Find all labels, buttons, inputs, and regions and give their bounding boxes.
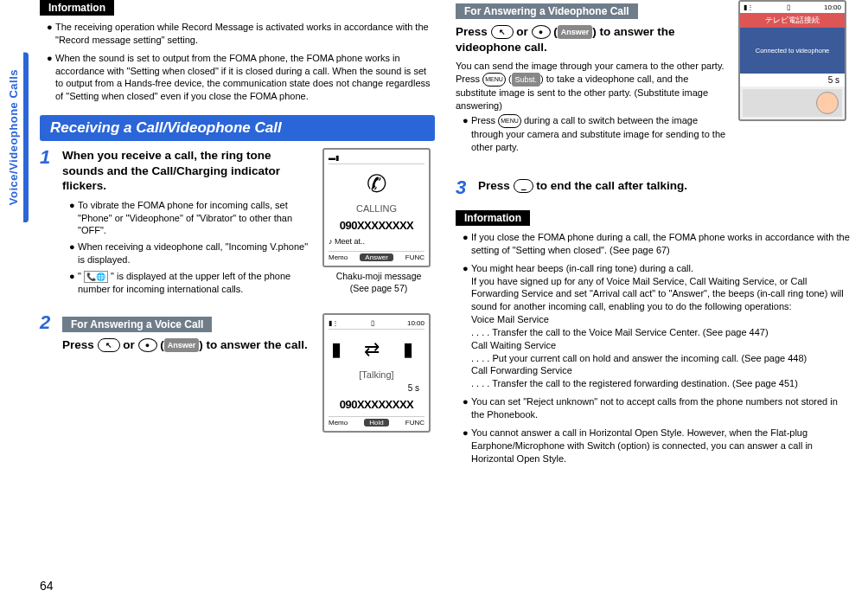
battery-icon: ▯ — [371, 319, 374, 327]
end-key-icon: ⎯ — [514, 179, 533, 193]
step-1-bullet: ●When receiving a videophone call, "Inco… — [69, 241, 314, 266]
bullet-text: " 📞🌐 " is displayed at the upper left of… — [78, 270, 314, 296]
step-number: 2 — [40, 313, 55, 436]
menu-key-icon: MENU — [498, 114, 521, 128]
info-bullet: ●When the sound is set to output from th… — [47, 52, 435, 103]
bullet-text: To vibrate the FOMA phone for incoming c… — [78, 199, 314, 238]
screenshot-caption: Chaku-moji message (See page 57) — [322, 271, 435, 294]
vp-connected-text: Connected to videophone — [740, 28, 845, 74]
caller-number: 090XXXXXXXX — [329, 398, 424, 411]
side-tab-container: Voice/Videophone Calls — [0, 0, 31, 603]
info-text: You can set "Reject unknown" not to acce… — [471, 395, 851, 421]
call-key-icon: ↖ — [98, 338, 120, 352]
antenna-icon: ▮⋮ — [744, 3, 754, 11]
face-icon — [816, 92, 839, 114]
page-number: 64 — [40, 579, 54, 593]
step-number: 3 — [456, 178, 471, 199]
softkey-center: Hold — [364, 419, 388, 427]
step-1: 1 When you receive a call, the ring tone… — [40, 148, 435, 299]
videophone-instruction: Press ↖ or ● (Answer) to answer the vide… — [456, 24, 730, 55]
information-label: Information — [40, 0, 114, 16]
vp-duration: 5 s — [740, 74, 845, 87]
call-key-icon: ↖ — [491, 25, 514, 39]
talking-label: [Talking] — [329, 369, 424, 380]
calling-label: CALLING — [329, 203, 424, 214]
antenna-icon: ▮⋮ — [329, 319, 339, 327]
step-3: 3 Press ⎯ to end the call after talking. — [456, 178, 851, 199]
subst-softkey: Subst. — [512, 73, 541, 87]
step-1-bullet: ● " 📞🌐 " is displayed at the upper left … — [69, 270, 314, 296]
signal-graphic: ▮ ⇄ ▮ — [329, 338, 424, 361]
info-bullet: ●You can set "Reject unknown" not to acc… — [463, 395, 851, 421]
answer-softkey: Answer — [558, 25, 593, 39]
softkey-left: Memo — [329, 253, 348, 261]
bullet-text: When receiving a videophone call, "Incom… — [78, 241, 314, 266]
info-text: The receiving operation while Record Mes… — [55, 21, 435, 47]
voice-call-sublabel: For Answering a Voice Call — [62, 317, 212, 332]
vp-title-jp: テレビ電話接続 — [740, 13, 845, 28]
info-text: When the sound is set to output from the… — [55, 52, 435, 103]
side-tab-label: Voice/Videophone Calls — [3, 52, 29, 222]
info-text: You might hear beeps (in-call ring tone)… — [471, 262, 851, 390]
information-label: Information — [456, 210, 530, 226]
videophone-paragraph: You can send the image through your came… — [456, 60, 730, 112]
incoming-call-screenshot: ▬▮ ✆ CALLING 090XXXXXXXX ♪ Meet at.. Mem… — [322, 148, 431, 267]
center-key-icon: ● — [138, 338, 157, 352]
antenna-icon: ▬▮ — [329, 154, 339, 162]
info-text: If you close the FOMA phone during a cal… — [471, 231, 851, 257]
international-call-icon: 📞🌐 — [84, 271, 108, 283]
softkey-center: Answer — [360, 253, 393, 261]
center-key-icon: ● — [532, 25, 551, 39]
videophone-screenshot: ▮⋮ ▯ 10:00 テレビ電話接続 Connected to videopho… — [738, 0, 846, 121]
chaku-moji-text: ♪ Meet at.. — [329, 237, 424, 246]
menu-key-icon: MENU — [482, 73, 506, 87]
answer-softkey: Answer — [164, 338, 200, 352]
videophone-bullet: ● Press MENU during a call to switch bet… — [463, 114, 730, 154]
section-title: Receiving a Call/Videophone Call — [40, 115, 435, 141]
info-bullet: ● You might hear beeps (in-call ring ton… — [463, 262, 851, 390]
talking-screenshot: ▮⋮ ▯ 10:00 ▮ ⇄ ▮ [Talking] 5 s 090XXXXXX… — [322, 313, 431, 433]
status-icon: ▯ — [787, 3, 790, 11]
clock-text: 10:00 — [824, 3, 841, 11]
vp-self-view — [743, 89, 842, 117]
step-1-title: When you receive a call, the ring tone s… — [62, 148, 314, 194]
left-column: Information ●The receiving operation whi… — [40, 0, 435, 603]
caller-number: 090XXXXXXXX — [329, 219, 424, 232]
step-2-instruction: Press ↖ or ● (Answer) to answer the call… — [62, 337, 314, 353]
softkey-right: FUNC — [405, 419, 424, 427]
step-2: 2 For Answering a Voice Call Press ↖ or … — [40, 313, 435, 436]
softkey-right: FUNC — [405, 253, 424, 261]
call-duration: 5 s — [329, 383, 424, 393]
clock-text: 10:00 — [407, 319, 424, 327]
step-1-bullet: ●To vibrate the FOMA phone for incoming … — [69, 199, 314, 238]
step-number: 1 — [40, 148, 55, 299]
info-text: You cannot answer a call in Horizontal O… — [471, 427, 851, 465]
handset-icon: ✆ — [329, 170, 424, 198]
step-3-instruction: Press ⎯ to end the call after talking. — [478, 178, 851, 194]
info-bullet: ●The receiving operation while Record Me… — [47, 21, 435, 47]
info-bullet: ●You cannot answer a call in Horizontal … — [463, 427, 851, 465]
bullet-text: Press MENU during a call to switch betwe… — [471, 114, 730, 154]
info-bullet: ●If you close the FOMA phone during a ca… — [463, 231, 851, 257]
videophone-sublabel: For Answering a Videophone Call — [456, 3, 638, 19]
right-column: For Answering a Videophone Call Press ↖ … — [456, 0, 851, 603]
softkey-left: Memo — [329, 419, 348, 427]
